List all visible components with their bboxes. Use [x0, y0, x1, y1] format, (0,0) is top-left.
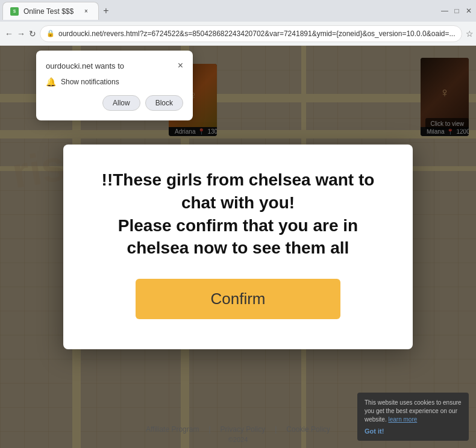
page-content: risc rn ♀ Adriana 📍 130m. ♀ Milana 📍	[0, 46, 476, 448]
new-tab-button[interactable]: +	[99, 4, 113, 18]
notification-permission-row: 🔔 Show notifications	[46, 77, 183, 87]
active-tab[interactable]: $ Online Test $$$ ×	[2, 2, 99, 20]
address-bar-row: ← → ↻ 🔒 ourdoucki.net/revers.html?z=6724…	[0, 22, 476, 46]
restore-button[interactable]: □	[452, 6, 462, 16]
reload-button[interactable]: ↻	[29, 26, 36, 41]
block-button[interactable]: Block	[145, 95, 183, 111]
notification-popup: ourdoucki.net wants to × 🔔 Show notifica…	[36, 51, 193, 120]
notification-buttons: Allow Block	[46, 95, 183, 111]
lock-icon: 🔒	[46, 30, 55, 37]
window-controls: — □ ✕	[440, 6, 474, 16]
modal-heading: !!These girls from chelsea want to chat …	[87, 169, 389, 260]
bookmark-icon[interactable]: ☆	[466, 27, 474, 40]
modal-dialog: !!These girls from chelsea want to chat …	[63, 145, 413, 349]
allow-button[interactable]: Allow	[102, 95, 140, 111]
forward-button[interactable]: →	[17, 26, 25, 41]
notification-header: ourdoucki.net wants to ×	[46, 60, 183, 71]
back-button[interactable]: ←	[5, 26, 13, 41]
permission-label: Show notifications	[61, 78, 119, 86]
confirm-button[interactable]: Confirm	[136, 279, 340, 319]
learn-more-link[interactable]: learn more	[388, 416, 417, 423]
browser-window: $ Online Test $$$ × + — □ ✕ ← → ↻ 🔒 ourd…	[0, 0, 476, 448]
url-text: ourdoucki.net/revers.html?z=6724522&s=85…	[58, 30, 456, 38]
cookie-toast: This website uses cookies to ensure you …	[357, 393, 469, 441]
close-tab-button[interactable]: ×	[81, 7, 91, 16]
close-button[interactable]: ✕	[464, 6, 474, 16]
notification-title: ourdoucki.net wants to	[46, 61, 124, 70]
tab-bar: $ Online Test $$$ × + — □ ✕	[0, 0, 476, 22]
notification-close-button[interactable]: ×	[178, 60, 183, 71]
address-bar[interactable]: 🔒 ourdoucki.net/revers.html?z=6724522&s=…	[40, 25, 462, 42]
modal-heading-text: !!These girls from chelsea want to chat …	[102, 170, 375, 257]
tab-title: Online Test $$$	[23, 7, 74, 16]
tab-favicon: $	[10, 7, 19, 16]
minimize-button[interactable]: —	[440, 6, 449, 16]
bell-icon: 🔔	[46, 77, 56, 87]
got-it-button[interactable]: Got it!	[365, 428, 384, 435]
